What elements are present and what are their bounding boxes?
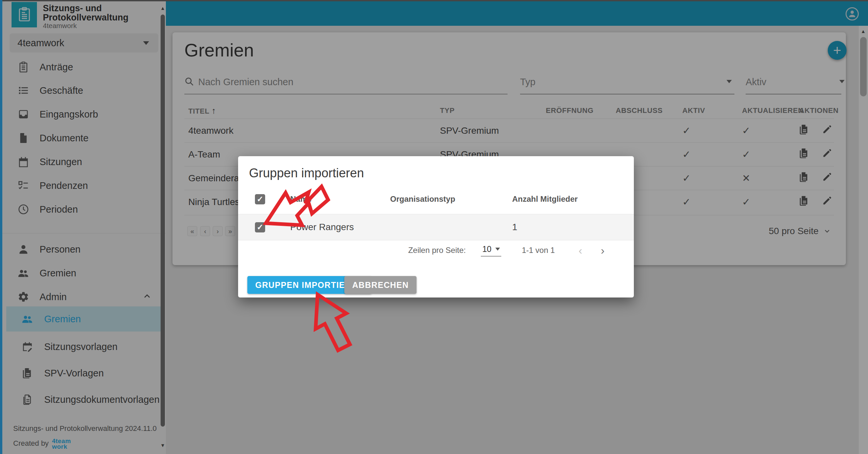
cell-anzahl-mitglieder: 1 <box>512 222 623 232</box>
next-page-chevron[interactable]: › <box>601 244 604 257</box>
app-window: Sitzungs- und Protokollverwaltung 4teamw… <box>0 0 868 454</box>
column-header-anzahl-mitglieder: Anzahl Mitglieder <box>512 195 623 204</box>
caret-down-icon <box>495 248 500 251</box>
pagination-range: 1-1 von 1 <box>522 246 555 255</box>
column-header-organisationstyp: Organisationstyp <box>390 195 512 204</box>
cell-name: Power Rangers <box>290 222 390 232</box>
select-all-checkbox[interactable]: ✓ <box>255 194 265 204</box>
dialog-table-row[interactable]: ✓ Power Rangers 1 <box>238 214 634 240</box>
rows-per-page-select[interactable]: 10 <box>481 244 501 257</box>
rows-per-page-label: Zeilen pro Seite: <box>408 246 466 255</box>
dialog-pagination: Zeilen pro Seite: 10 1-1 von 1 ‹ › <box>238 243 623 258</box>
column-header-name: Name <box>290 195 390 204</box>
cancel-button[interactable]: ABBRECHEN <box>344 276 416 294</box>
dialog-title: Gruppen importieren <box>249 166 364 180</box>
prev-page-chevron[interactable]: ‹ <box>579 244 582 257</box>
dialog-table-header: ✓ Name Organisationstyp Anzahl Mitgliede… <box>249 189 623 210</box>
import-groups-dialog: Gruppen importieren ✓ Name Organisations… <box>238 156 634 297</box>
row-checkbox[interactable]: ✓ <box>255 222 265 232</box>
